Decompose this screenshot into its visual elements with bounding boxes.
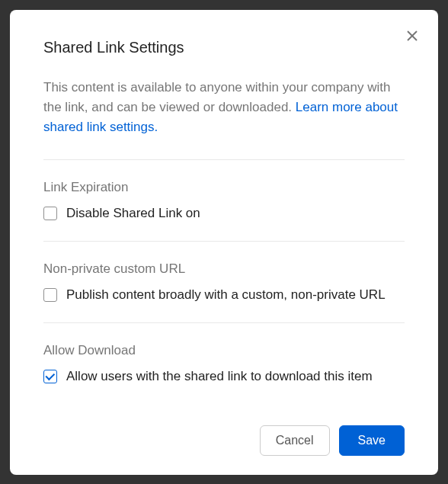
close-icon bbox=[406, 30, 418, 42]
custom-url-section: Non-private custom URL Publish content b… bbox=[43, 242, 405, 322]
shared-link-settings-modal: Shared Link Settings This content is ava… bbox=[10, 10, 438, 475]
cancel-button[interactable]: Cancel bbox=[260, 425, 330, 456]
section-title: Link Expiration bbox=[43, 180, 405, 195]
checkbox-row: Allow users with the shared link to down… bbox=[43, 369, 405, 384]
section-title: Allow Download bbox=[43, 343, 405, 358]
checkbox-label[interactable]: Allow users with the shared link to down… bbox=[66, 369, 373, 384]
button-row: Cancel Save bbox=[43, 425, 405, 456]
modal-description: This content is available to anyone with… bbox=[43, 78, 405, 138]
link-expiration-section: Link Expiration Disable Shared Link on bbox=[43, 160, 405, 241]
checkbox-label[interactable]: Disable Shared Link on bbox=[66, 206, 200, 221]
custom-url-checkbox[interactable] bbox=[43, 288, 57, 302]
checkbox-label[interactable]: Publish content broadly with a custom, n… bbox=[66, 287, 386, 303]
save-button[interactable]: Save bbox=[339, 425, 405, 456]
disable-shared-link-checkbox[interactable] bbox=[43, 207, 57, 220]
checkbox-row: Disable Shared Link on bbox=[43, 206, 405, 221]
allow-download-checkbox[interactable] bbox=[43, 370, 57, 383]
modal-title: Shared Link Settings bbox=[43, 39, 405, 56]
checkbox-row: Publish content broadly with a custom, n… bbox=[43, 287, 405, 303]
section-title: Non-private custom URL bbox=[43, 261, 405, 277]
allow-download-section: Allow Download Allow users with the shar… bbox=[43, 323, 405, 404]
close-button[interactable] bbox=[402, 25, 423, 46]
